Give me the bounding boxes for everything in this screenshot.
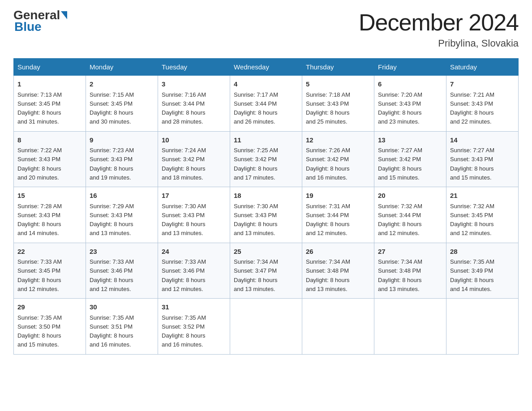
calendar-week-row: 15 Sunrise: 7:28 AMSunset: 3:43 PMDaylig… [14,187,519,243]
day-info: Sunrise: 7:22 AMSunset: 3:43 PMDaylight:… [17,147,62,181]
calendar-table: Sunday Monday Tuesday Wednesday Thursday… [13,58,519,355]
table-row: 13 Sunrise: 7:27 AMSunset: 3:42 PMDaylig… [374,131,446,187]
day-info: Sunrise: 7:21 AMSunset: 3:43 PMDaylight:… [450,91,494,125]
logo-arrow-icon [61,11,67,19]
day-info: Sunrise: 7:23 AMSunset: 3:43 PMDaylight:… [90,147,134,181]
title-block: December 2024 Pribylina, Slovakia [359,9,519,49]
day-info: Sunrise: 7:18 AMSunset: 3:43 PMDaylight:… [306,91,350,125]
table-row: 20 Sunrise: 7:32 AMSunset: 3:44 PMDaylig… [374,187,446,243]
day-number: 3 [162,79,226,90]
day-number: 9 [90,135,154,146]
day-number: 30 [90,302,154,313]
table-row: 7 Sunrise: 7:21 AMSunset: 3:43 PMDayligh… [446,76,519,132]
header-saturday: Saturday [446,59,519,76]
day-info: Sunrise: 7:35 AMSunset: 3:51 PMDaylight:… [90,314,134,348]
day-info: Sunrise: 7:33 AMSunset: 3:46 PMDaylight:… [90,258,134,292]
day-number: 6 [378,79,442,90]
table-row [446,299,519,355]
table-row: 23 Sunrise: 7:33 AMSunset: 3:46 PMDaylig… [86,243,158,299]
table-row: 4 Sunrise: 7:17 AMSunset: 3:44 PMDayligh… [230,76,302,132]
day-number: 15 [17,191,82,201]
day-number: 5 [306,79,370,90]
calendar-week-row: 1 Sunrise: 7:13 AMSunset: 3:45 PMDayligh… [14,76,519,132]
table-row: 14 Sunrise: 7:27 AMSunset: 3:43 PMDaylig… [446,131,519,187]
table-row: 19 Sunrise: 7:31 AMSunset: 3:44 PMDaylig… [302,187,374,243]
day-number: 2 [90,79,154,90]
logo-blue: Blue [14,20,67,34]
table-row: 25 Sunrise: 7:34 AMSunset: 3:47 PMDaylig… [230,243,302,299]
header-tuesday: Tuesday [158,59,230,76]
day-info: Sunrise: 7:15 AMSunset: 3:45 PMDaylight:… [90,91,134,125]
header-thursday: Thursday [302,59,374,76]
day-number: 12 [306,135,370,146]
day-number: 19 [306,191,370,201]
day-info: Sunrise: 7:35 AMSunset: 3:52 PMDaylight:… [162,314,206,348]
day-info: Sunrise: 7:29 AMSunset: 3:43 PMDaylight:… [90,203,134,237]
day-info: Sunrise: 7:32 AMSunset: 3:44 PMDaylight:… [378,203,422,237]
month-title: December 2024 [359,9,519,36]
table-row [302,299,374,355]
table-row [374,299,446,355]
table-row: 16 Sunrise: 7:29 AMSunset: 3:43 PMDaylig… [86,187,158,243]
table-row: 12 Sunrise: 7:26 AMSunset: 3:42 PMDaylig… [302,131,374,187]
day-info: Sunrise: 7:28 AMSunset: 3:43 PMDaylight:… [17,203,62,237]
header-wednesday: Wednesday [230,59,302,76]
day-info: Sunrise: 7:34 AMSunset: 3:48 PMDaylight:… [378,258,422,292]
table-row: 9 Sunrise: 7:23 AMSunset: 3:43 PMDayligh… [86,131,158,187]
day-info: Sunrise: 7:17 AMSunset: 3:44 PMDaylight:… [234,91,278,125]
day-info: Sunrise: 7:16 AMSunset: 3:44 PMDaylight:… [162,91,206,125]
day-number: 16 [90,191,154,201]
calendar-header-row: Sunday Monday Tuesday Wednesday Thursday… [14,59,519,76]
day-number: 11 [234,135,298,146]
day-info: Sunrise: 7:34 AMSunset: 3:48 PMDaylight:… [306,258,350,292]
table-row: 27 Sunrise: 7:34 AMSunset: 3:48 PMDaylig… [374,243,446,299]
day-number: 13 [378,135,442,146]
day-info: Sunrise: 7:35 AMSunset: 3:49 PMDaylight:… [450,258,494,292]
calendar-week-row: 8 Sunrise: 7:22 AMSunset: 3:43 PMDayligh… [14,131,519,187]
day-number: 1 [17,79,82,90]
table-row: 1 Sunrise: 7:13 AMSunset: 3:45 PMDayligh… [14,76,86,132]
day-number: 17 [162,191,226,201]
day-number: 23 [90,247,154,257]
location-title: Pribylina, Slovakia [359,38,519,49]
page-header: General Blue December 2024 Pribylina, Sl… [13,9,519,49]
table-row: 15 Sunrise: 7:28 AMSunset: 3:43 PMDaylig… [14,187,86,243]
day-number: 18 [234,191,298,201]
day-info: Sunrise: 7:30 AMSunset: 3:43 PMDaylight:… [234,203,278,237]
header-sunday: Sunday [14,59,86,76]
table-row: 11 Sunrise: 7:25 AMSunset: 3:42 PMDaylig… [230,131,302,187]
table-row: 17 Sunrise: 7:30 AMSunset: 3:43 PMDaylig… [158,187,230,243]
table-row: 21 Sunrise: 7:32 AMSunset: 3:45 PMDaylig… [446,187,519,243]
day-info: Sunrise: 7:33 AMSunset: 3:45 PMDaylight:… [17,258,62,292]
day-info: Sunrise: 7:27 AMSunset: 3:42 PMDaylight:… [378,147,422,181]
day-number: 28 [450,247,515,257]
day-number: 29 [17,302,82,313]
day-number: 4 [234,79,298,90]
logo: General Blue [13,9,67,34]
day-number: 8 [17,135,82,146]
day-info: Sunrise: 7:27 AMSunset: 3:43 PMDaylight:… [450,147,494,181]
table-row: 28 Sunrise: 7:35 AMSunset: 3:49 PMDaylig… [446,243,519,299]
day-info: Sunrise: 7:24 AMSunset: 3:42 PMDaylight:… [162,147,206,181]
table-row: 26 Sunrise: 7:34 AMSunset: 3:48 PMDaylig… [302,243,374,299]
table-row: 22 Sunrise: 7:33 AMSunset: 3:45 PMDaylig… [14,243,86,299]
table-row: 6 Sunrise: 7:20 AMSunset: 3:43 PMDayligh… [374,76,446,132]
day-number: 25 [234,247,298,257]
day-number: 27 [378,247,442,257]
day-number: 7 [450,79,515,90]
day-number: 10 [162,135,226,146]
day-info: Sunrise: 7:35 AMSunset: 3:50 PMDaylight:… [17,314,62,348]
table-row: 30 Sunrise: 7:35 AMSunset: 3:51 PMDaylig… [86,299,158,355]
day-info: Sunrise: 7:20 AMSunset: 3:43 PMDaylight:… [378,91,422,125]
day-info: Sunrise: 7:26 AMSunset: 3:42 PMDaylight:… [306,147,350,181]
table-row: 29 Sunrise: 7:35 AMSunset: 3:50 PMDaylig… [14,299,86,355]
day-number: 14 [450,135,515,146]
table-row: 8 Sunrise: 7:22 AMSunset: 3:43 PMDayligh… [14,131,86,187]
table-row [230,299,302,355]
day-number: 21 [450,191,515,201]
table-row: 3 Sunrise: 7:16 AMSunset: 3:44 PMDayligh… [158,76,230,132]
day-info: Sunrise: 7:25 AMSunset: 3:42 PMDaylight:… [234,147,278,181]
table-row: 10 Sunrise: 7:24 AMSunset: 3:42 PMDaylig… [158,131,230,187]
day-info: Sunrise: 7:30 AMSunset: 3:43 PMDaylight:… [162,203,206,237]
header-monday: Monday [86,59,158,76]
